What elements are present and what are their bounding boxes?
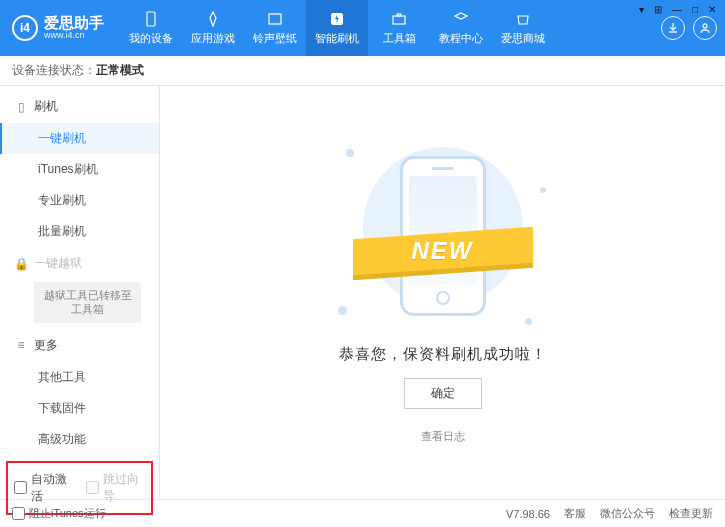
logo-subtitle: www.i4.cn: [44, 31, 104, 41]
toolbox-icon: [390, 10, 408, 28]
close-icon[interactable]: ✕: [705, 4, 719, 15]
nav-tutorials[interactable]: 教程中心: [430, 0, 492, 56]
sidebar-item-download-firmware[interactable]: 下载固件: [0, 393, 159, 424]
sidebar-menu: ▯刷机 一键刷机 iTunes刷机 专业刷机 批量刷机 🔒一键越狱 越狱工具已转…: [0, 86, 159, 455]
logo-icon: i4: [12, 15, 38, 41]
lock-icon: 🔒: [14, 257, 28, 271]
nav-my-device[interactable]: 我的设备: [120, 0, 182, 56]
phone-icon: ▯: [14, 100, 28, 114]
sidebar-item-advanced[interactable]: 高级功能: [0, 424, 159, 455]
flash-icon: [328, 10, 346, 28]
sidebar-group-jailbreak: 🔒一键越狱: [0, 247, 159, 280]
svg-point-5: [703, 24, 707, 28]
svg-rect-1: [269, 14, 281, 24]
maximize-icon[interactable]: □: [689, 4, 701, 15]
footer-link-support[interactable]: 客服: [564, 506, 586, 521]
grid-icon[interactable]: ⊞: [651, 4, 665, 15]
more-icon: ≡: [14, 338, 28, 352]
device-icon: [142, 10, 160, 28]
checkbox-auto-activate[interactable]: 自动激活: [14, 471, 74, 505]
footer-link-update[interactable]: 检查更新: [669, 506, 713, 521]
logo-title: 爱思助手: [44, 15, 104, 32]
status-label: 设备连接状态：: [12, 62, 96, 79]
user-button[interactable]: [693, 16, 717, 40]
footer-link-wechat[interactable]: 微信公众号: [600, 506, 655, 521]
main-content: NEW 恭喜您，保资料刷机成功啦！ 确定 查看日志: [160, 86, 725, 499]
device-info: iPhone 15 Pro Max 512GB iPhone: [0, 521, 159, 527]
success-message: 恭喜您，保资料刷机成功啦！: [339, 345, 547, 364]
view-log-link[interactable]: 查看日志: [421, 429, 465, 444]
sidebar-item-pro-flash[interactable]: 专业刷机: [0, 185, 159, 216]
header-right: [661, 16, 717, 40]
sidebar: ▯刷机 一键刷机 iTunes刷机 专业刷机 批量刷机 🔒一键越狱 越狱工具已转…: [0, 86, 160, 499]
sidebar-group-flash[interactable]: ▯刷机: [0, 90, 159, 123]
sidebar-item-itunes-flash[interactable]: iTunes刷机: [0, 154, 159, 185]
nav-store[interactable]: 爱思商城: [492, 0, 554, 56]
tutorial-icon: [452, 10, 470, 28]
image-icon: [266, 10, 284, 28]
top-nav: 我的设备 应用游戏 铃声壁纸 智能刷机 工具箱 教程中心 爱思商城: [120, 0, 655, 56]
window-controls: ▾ ⊞ — □ ✕: [636, 4, 719, 15]
nav-toolbox[interactable]: 工具箱: [368, 0, 430, 56]
sidebar-item-oneclick-flash[interactable]: 一键刷机: [0, 123, 159, 154]
sidebar-group-more[interactable]: ≡更多: [0, 329, 159, 362]
minimize-icon[interactable]: —: [669, 4, 685, 15]
apps-icon: [204, 10, 222, 28]
success-illustration: NEW: [318, 141, 568, 331]
sidebar-item-other-tools[interactable]: 其他工具: [0, 362, 159, 393]
menu-icon[interactable]: ▾: [636, 4, 647, 15]
download-button[interactable]: [661, 16, 685, 40]
checkbox-skip-guide[interactable]: 跳过向导: [86, 471, 146, 505]
sidebar-item-batch-flash[interactable]: 批量刷机: [0, 216, 159, 247]
ok-button[interactable]: 确定: [404, 378, 482, 409]
checkbox-block-itunes[interactable]: 阻止iTunes运行: [12, 506, 106, 521]
svg-rect-0: [147, 12, 155, 26]
svg-rect-4: [397, 14, 401, 16]
version-label: V7.98.66: [506, 508, 550, 520]
nav-flash[interactable]: 智能刷机: [306, 0, 368, 56]
nav-ringtones[interactable]: 铃声壁纸: [244, 0, 306, 56]
store-icon: [514, 10, 532, 28]
sidebar-item-jailbreak-moved: 越狱工具已转移至工具箱: [34, 282, 141, 323]
app-header: ▾ ⊞ — □ ✕ i4 爱思助手 www.i4.cn 我的设备 应用游戏 铃声…: [0, 0, 725, 56]
new-ribbon: NEW: [353, 229, 533, 273]
device-status-bar: 设备连接状态： 正常模式: [0, 56, 725, 86]
svg-rect-3: [393, 16, 405, 24]
nav-apps-games[interactable]: 应用游戏: [182, 0, 244, 56]
app-logo: i4 爱思助手 www.i4.cn: [12, 15, 104, 41]
status-value: 正常模式: [96, 62, 144, 79]
